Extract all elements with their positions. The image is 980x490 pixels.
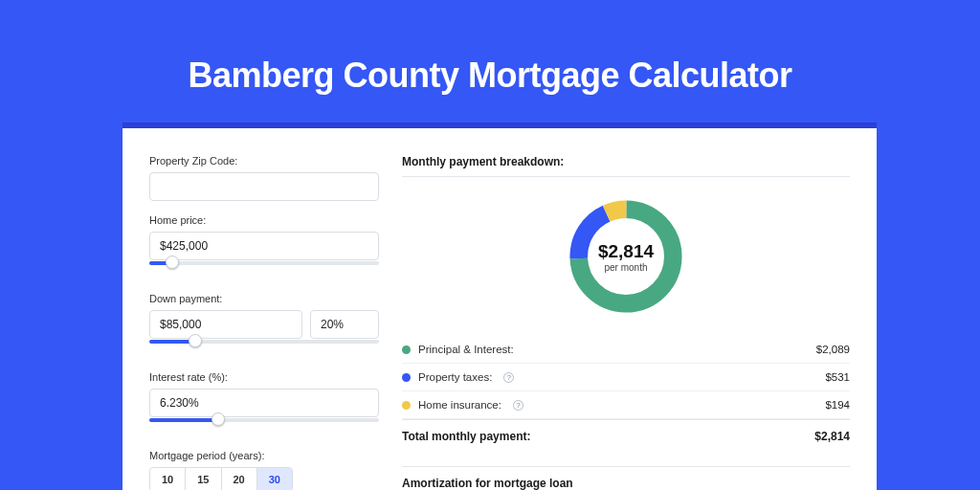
period-field: Mortgage period (years): 10 15 20 30 xyxy=(149,450,379,490)
donut-chart: $2,814 per month xyxy=(402,194,850,319)
donut-sub: per month xyxy=(598,262,654,273)
value-total: $2,814 xyxy=(814,430,850,443)
summary-column: Monthly payment breakdown: $2,814 per mo… xyxy=(402,155,850,490)
label-taxes: Property taxes: xyxy=(418,371,492,383)
down-payment-label: Down payment: xyxy=(149,293,379,304)
info-icon[interactable]: ? xyxy=(503,372,514,383)
zip-input[interactable] xyxy=(149,172,379,201)
breakdown-heading: Monthly payment breakdown: xyxy=(402,155,850,177)
dot-taxes xyxy=(402,373,411,382)
donut-center: $2,814 per month xyxy=(598,241,654,273)
calculator-card: Property Zip Code: Home price: $425,000 … xyxy=(122,122,877,490)
home-price-field: Home price: $425,000 xyxy=(149,214,379,279)
period-btn-15[interactable]: 15 xyxy=(186,468,221,490)
period-button-group: 10 15 20 30 xyxy=(149,467,293,490)
value-principal: $2,089 xyxy=(816,344,850,355)
dot-insurance xyxy=(402,401,411,410)
home-price-slider[interactable] xyxy=(149,256,379,270)
page-title: Bamberg County Mortgage Calculator xyxy=(0,56,980,96)
period-btn-20[interactable]: 20 xyxy=(222,468,257,490)
row-taxes: Property taxes: ? $531 xyxy=(402,364,850,391)
home-price-label: Home price: xyxy=(149,214,379,226)
period-btn-10[interactable]: 10 xyxy=(150,468,186,490)
period-btn-30[interactable]: 30 xyxy=(257,468,292,490)
label-insurance: Home insurance: xyxy=(418,399,501,411)
row-principal: Principal & Interest: $2,089 xyxy=(402,336,850,364)
dot-principal xyxy=(402,345,411,354)
label-principal: Principal & Interest: xyxy=(418,344,514,355)
label-total: Total monthly payment: xyxy=(402,430,530,443)
zip-label: Property Zip Code: xyxy=(149,155,379,167)
zip-field: Property Zip Code: xyxy=(149,155,379,201)
down-payment-field: Down payment: $85,000 20% xyxy=(149,293,379,358)
interest-field: Interest rate (%): 6.230% xyxy=(149,371,379,436)
donut-amount: $2,814 xyxy=(598,241,654,262)
interest-label: Interest rate (%): xyxy=(149,371,379,383)
row-insurance: Home insurance: ? $194 xyxy=(402,391,850,419)
input-column: Property Zip Code: Home price: $425,000 … xyxy=(149,155,379,490)
interest-slider[interactable] xyxy=(149,413,379,427)
row-total: Total monthly payment: $2,814 xyxy=(402,419,850,453)
value-insurance: $194 xyxy=(825,399,850,411)
period-label: Mortgage period (years): xyxy=(149,450,379,461)
amort-heading: Amortization for mortgage loan xyxy=(402,466,850,490)
info-icon[interactable]: ? xyxy=(513,400,523,411)
value-taxes: $531 xyxy=(825,371,850,383)
down-payment-slider[interactable] xyxy=(149,335,379,348)
